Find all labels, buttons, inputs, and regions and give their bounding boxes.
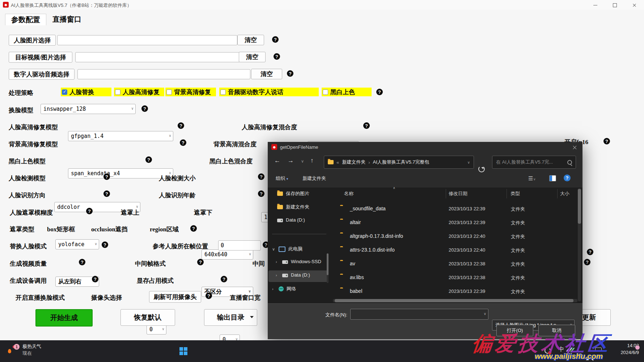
vertical-scrollbar[interactable]	[578, 188, 581, 301]
filename-input[interactable]	[350, 309, 488, 320]
checkbox[interactable]	[62, 89, 67, 95]
help-icon[interactable]	[86, 208, 93, 214]
sidebar-item-data-drive[interactable]: Data (D:)	[277, 217, 305, 223]
audio-clear-button[interactable]: 清空	[251, 69, 282, 79]
start-button[interactable]	[179, 347, 187, 355]
column-divider[interactable]	[446, 189, 446, 198]
maximize-button[interactable]	[609, 2, 620, 8]
help-icon[interactable]	[258, 190, 264, 197]
breadcrumb-current[interactable]: AI人脸替换工具V5.7完整包	[373, 159, 429, 165]
scrollbar-thumb[interactable]	[578, 189, 581, 224]
mask-top-select[interactable]: 0	[147, 324, 166, 334]
weather-line2[interactable]: 现在	[22, 350, 32, 357]
sidebar-item-this-pc[interactable]: ∨ 此电脑	[272, 246, 302, 252]
reset-defaults-button[interactable]: 恢复默认	[120, 309, 175, 326]
help-icon[interactable]	[103, 190, 110, 197]
column-header-type[interactable]: 类型	[510, 190, 520, 197]
strategy-option-face-restore[interactable]: 人脸高清修复	[114, 88, 164, 96]
face-image-clear-button[interactable]: 清空	[237, 35, 264, 45]
view-list-icon[interactable]: ☰ ∨	[528, 175, 535, 182]
file-row[interactable]: altgraph-0.17.3.dist-info 2023/10/13 22:…	[340, 230, 575, 243]
checkbox[interactable]	[166, 89, 172, 95]
clock-date[interactable]: 2024/6/9	[614, 350, 639, 355]
weather-widget-icon[interactable]: 1	[8, 345, 20, 358]
search-input[interactable]: 在 AI人脸替换工具V5.7完...	[492, 156, 576, 169]
weather-line1[interactable]: 极热天气	[22, 343, 41, 350]
audio-input[interactable]	[77, 69, 250, 79]
scrollbar-thumb[interactable]	[335, 299, 573, 302]
refresh-camera-button[interactable]: 刷新可用摄像头	[149, 291, 201, 303]
chevron-right-icon[interactable]: ›	[276, 260, 279, 264]
chevron-right-icon[interactable]: ›	[272, 287, 276, 291]
target-media-input[interactable]	[75, 52, 240, 62]
dialog-help-icon[interactable]: ?	[564, 174, 571, 181]
help-icon[interactable]	[272, 36, 279, 43]
start-generate-button[interactable]: 开始生成	[35, 309, 93, 327]
help-icon[interactable]	[603, 138, 610, 144]
help-icon[interactable]	[258, 173, 264, 180]
nav-back-button[interactable]: ←	[274, 157, 280, 164]
sidebar-item-data-drive-tree[interactable]: › Data (D:)	[276, 272, 310, 278]
face-image-input[interactable]	[57, 35, 237, 45]
file-row[interactable]: altair 2023/10/13 22:39 文件夹	[340, 216, 575, 230]
horizontal-scrollbar[interactable]	[333, 299, 577, 302]
help-icon[interactable]	[180, 139, 186, 146]
sidebar-item-windows-ssd[interactable]: › Windows-SSD	[276, 259, 327, 264]
sidebar-item-network[interactable]: › 网络	[272, 286, 296, 292]
preview-pane-icon[interactable]	[549, 175, 556, 181]
strategy-option-colorize[interactable]: 黑白上色	[322, 88, 372, 96]
minimize-button[interactable]	[590, 2, 601, 8]
face-restore-model-select[interactable]: gfpgan_1.4	[68, 131, 173, 141]
new-folder-button[interactable]: 新建文件夹	[302, 175, 326, 182]
checkbox[interactable]	[323, 89, 328, 95]
nav-up-button[interactable]: ↑	[310, 157, 314, 164]
help-icon[interactable]	[141, 105, 148, 112]
column-divider[interactable]	[507, 189, 507, 198]
column-divider[interactable]	[557, 189, 558, 198]
column-header-date[interactable]: 修改日期	[449, 190, 467, 197]
file-row[interactable]: _soundfile_data 2023/10/13 22:39 文件夹	[340, 202, 575, 216]
tab-live-window[interactable]: 直播窗口	[48, 14, 86, 25]
help-icon[interactable]	[274, 53, 280, 60]
strategy-option-face-swap[interactable]: 人脸替换	[61, 88, 111, 96]
breadcrumb-parent[interactable]: 新建文件夹	[342, 159, 365, 165]
sidebar-scrollbar[interactable]	[327, 253, 329, 283]
output-directory-button[interactable]: 输出目录	[204, 309, 257, 326]
strategy-option-audio-drive[interactable]: 音频驱动数字人说话	[219, 88, 319, 96]
target-media-clear-button[interactable]: 清空	[239, 52, 266, 62]
file-row[interactable]: av 2023/10/13 22:38 文件夹	[340, 257, 575, 271]
ref-frame-input[interactable]: 0	[218, 240, 261, 251]
help-icon[interactable]	[102, 241, 108, 248]
detect-model-select[interactable]: yoloface	[55, 239, 99, 249]
chevron-down-icon[interactable]: ∨	[272, 247, 276, 252]
help-icon[interactable]	[206, 292, 212, 299]
help-icon[interactable]	[376, 89, 383, 95]
help-icon[interactable]	[92, 276, 98, 282]
address-dropdown-icon[interactable]: ∨	[467, 160, 470, 164]
checkbox[interactable]	[115, 89, 120, 95]
nav-history-button[interactable]: ∨	[301, 159, 304, 164]
help-icon[interactable]	[197, 259, 204, 265]
help-icon[interactable]	[287, 70, 293, 77]
help-icon[interactable]	[103, 173, 110, 180]
help-icon[interactable]	[587, 249, 593, 255]
bg-restore-model-select[interactable]: span_kendata_x4	[68, 168, 173, 178]
column-header-name[interactable]: 名称	[344, 190, 353, 197]
dialog-close-icon[interactable]	[570, 144, 580, 151]
sidebar-item-saved-pictures[interactable]: 保存的图片	[277, 190, 309, 197]
file-row[interactable]: av.libs 2023/10/13 22:38 文件夹	[340, 271, 575, 285]
file-row[interactable]: attrs-23.1.0.dist-info 2023/10/13 22:40 …	[340, 243, 575, 257]
file-row[interactable]: babel 2023/10/13 22:39 文件夹	[340, 285, 575, 298]
refresh-icon[interactable]	[478, 166, 485, 172]
help-icon[interactable]	[190, 225, 197, 232]
nav-forward-button[interactable]: →	[288, 157, 294, 164]
address-bar[interactable]: « 新建文件夹 › AI人脸替换工具V5.7完整包 ∨	[324, 156, 474, 169]
tab-parameter-config[interactable]: 参数配置	[5, 14, 46, 25]
strategy-option-bg-restore[interactable]: 背景高清修复	[165, 88, 216, 96]
help-icon[interactable]	[145, 156, 152, 163]
organize-menu[interactable]: 组织 ▾	[276, 175, 288, 182]
notification-dot[interactable]	[635, 345, 640, 350]
close-button[interactable]	[629, 2, 640, 8]
sidebar-item-new-folder[interactable]: 新建文件夹	[277, 204, 309, 210]
help-icon[interactable]	[79, 259, 85, 265]
